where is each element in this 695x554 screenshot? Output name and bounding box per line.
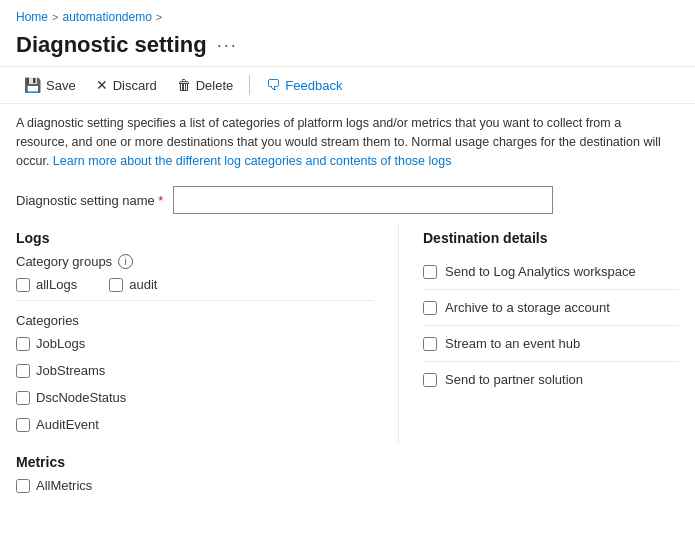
category-groups-row: allLogs audit: [16, 277, 374, 292]
log-analytics-checkbox[interactable]: [423, 265, 437, 279]
jobLogs-label: JobLogs: [36, 336, 85, 351]
jobStreams-label: JobStreams: [36, 363, 105, 378]
auditEvent-item[interactable]: AuditEvent: [16, 417, 374, 432]
allMetrics-checkbox[interactable]: [16, 479, 30, 493]
feedback-button[interactable]: 🗨 Feedback: [258, 73, 350, 97]
metrics-section: Metrics AllMetrics: [0, 444, 695, 515]
breadcrumb-sep1: >: [52, 11, 58, 23]
partner-solution-item: Send to partner solution: [423, 362, 679, 397]
jobStreams-item[interactable]: JobStreams: [16, 363, 374, 378]
dscNodeStatus-item[interactable]: DscNodeStatus: [16, 390, 374, 405]
storage-account-label: Archive to a storage account: [445, 300, 610, 315]
log-analytics-item: Send to Log Analytics workspace: [423, 254, 679, 290]
page-options-icon[interactable]: ···: [217, 35, 238, 56]
event-hub-item: Stream to an event hub: [423, 326, 679, 362]
jobLogs-checkbox[interactable]: [16, 337, 30, 351]
content-area: Logs Category groups i allLogs audit Cat…: [0, 224, 695, 444]
storage-account-item: Archive to a storage account: [423, 290, 679, 326]
breadcrumb: Home > automationdemo >: [0, 0, 695, 28]
page-title: Diagnostic setting: [16, 32, 207, 58]
diagnostic-setting-name-row: Diagnostic setting name *: [0, 180, 695, 224]
partner-solution-label: Send to partner solution: [445, 372, 583, 387]
audit-label: audit: [129, 277, 157, 292]
allMetrics-item[interactable]: AllMetrics: [16, 478, 679, 493]
page-header: Diagnostic setting ···: [0, 28, 695, 66]
storage-account-checkbox[interactable]: [423, 301, 437, 315]
categories-label: Categories: [16, 313, 374, 328]
logs-section-title: Logs: [16, 230, 374, 246]
category-groups-info-icon[interactable]: i: [118, 254, 133, 269]
log-analytics-label: Send to Log Analytics workspace: [445, 264, 636, 279]
discard-icon: ✕: [96, 77, 108, 93]
partner-solution-checkbox[interactable]: [423, 373, 437, 387]
save-icon: 💾: [24, 77, 41, 93]
category-groups-header: Category groups i: [16, 254, 374, 269]
diagnostic-name-input[interactable]: [173, 186, 553, 214]
destination-section-title: Destination details: [423, 230, 679, 246]
feedback-icon: 🗨: [266, 77, 280, 93]
event-hub-checkbox[interactable]: [423, 337, 437, 351]
destination-panel: Destination details Send to Log Analytic…: [399, 224, 679, 444]
delete-button[interactable]: 🗑 Delete: [169, 73, 242, 97]
allLogs-item[interactable]: allLogs: [16, 277, 77, 292]
delete-label: Delete: [196, 78, 234, 93]
save-button[interactable]: 💾 Save: [16, 73, 84, 97]
logs-divider: [16, 300, 374, 301]
jobLogs-item[interactable]: JobLogs: [16, 336, 374, 351]
allMetrics-label: AllMetrics: [36, 478, 92, 493]
diagnostic-name-label: Diagnostic setting name *: [16, 193, 163, 208]
discard-label: Discard: [113, 78, 157, 93]
jobStreams-checkbox[interactable]: [16, 364, 30, 378]
logs-panel: Logs Category groups i allLogs audit Cat…: [16, 224, 399, 444]
auditEvent-checkbox[interactable]: [16, 418, 30, 432]
save-label: Save: [46, 78, 76, 93]
audit-item[interactable]: audit: [109, 277, 157, 292]
breadcrumb-sep2: >: [156, 11, 162, 23]
required-indicator: *: [155, 193, 164, 208]
dscNodeStatus-checkbox[interactable]: [16, 391, 30, 405]
description-link[interactable]: Learn more about the different log categ…: [53, 154, 452, 168]
feedback-label: Feedback: [285, 78, 342, 93]
discard-button[interactable]: ✕ Discard: [88, 73, 165, 97]
auditEvent-label: AuditEvent: [36, 417, 99, 432]
audit-checkbox[interactable]: [109, 278, 123, 292]
breadcrumb-home[interactable]: Home: [16, 10, 48, 24]
dscNodeStatus-label: DscNodeStatus: [36, 390, 126, 405]
allLogs-checkbox[interactable]: [16, 278, 30, 292]
description: A diagnostic setting specifies a list of…: [0, 104, 680, 180]
toolbar: 💾 Save ✕ Discard 🗑 Delete 🗨 Feedback: [0, 66, 695, 104]
toolbar-divider: [249, 75, 250, 95]
metrics-title: Metrics: [16, 454, 679, 470]
delete-icon: 🗑: [177, 77, 191, 93]
breadcrumb-automationdemo[interactable]: automationdemo: [62, 10, 151, 24]
event-hub-label: Stream to an event hub: [445, 336, 580, 351]
category-groups-label: Category groups: [16, 254, 112, 269]
allLogs-label: allLogs: [36, 277, 77, 292]
